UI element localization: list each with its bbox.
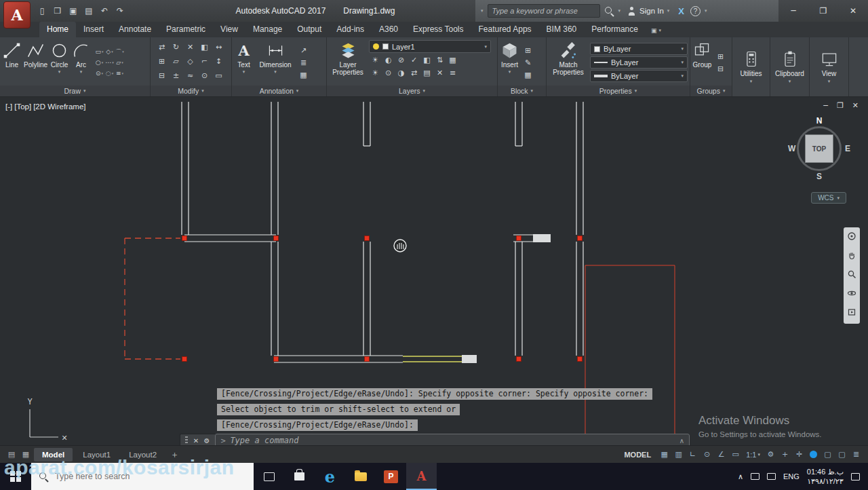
tab-layout1[interactable]: Layout1 xyxy=(75,448,119,461)
layer-color-swatch[interactable] xyxy=(382,43,389,50)
ribbon-tab[interactable]: Featured Apps xyxy=(471,22,539,37)
annotation-panel-label[interactable]: Annotation▾ xyxy=(232,86,326,96)
chevron-down-icon[interactable]: ▾ xyxy=(484,44,487,50)
modify-tool-icon[interactable]: ⌐ xyxy=(198,56,211,67)
modify-panel-label[interactable]: Modify▾ xyxy=(151,86,231,96)
search-icon[interactable] xyxy=(604,6,614,16)
qat-tool-icon[interactable]: ▣ xyxy=(66,4,80,18)
ribbon-minimize-button[interactable]: ▣ ▾ xyxy=(651,27,661,37)
group-button[interactable]: Group xyxy=(692,39,712,86)
viewport-restore-icon[interactable]: ❐ xyxy=(837,101,844,110)
powerpoint-button[interactable]: P xyxy=(376,463,406,490)
layer-tool-icon[interactable]: ◐ xyxy=(382,54,395,66)
sign-in-button[interactable]: Sign In ▾ xyxy=(625,7,672,16)
layer-properties-button[interactable]: Layer Properties xyxy=(329,39,367,86)
draw-tool-icon[interactable]: ⊙ xyxy=(94,68,104,79)
layer-tool-icon[interactable]: ◧ xyxy=(420,54,433,66)
ribbon-tab[interactable]: Insert xyxy=(76,22,111,37)
line-tool-button[interactable]: Line xyxy=(2,39,22,86)
modify-tool-icon[interactable]: ⊙ xyxy=(198,70,211,81)
qat-tool-icon[interactable]: ▤ xyxy=(82,4,96,18)
navigation-wheel-icon[interactable] xyxy=(847,231,856,244)
viewcube-east[interactable]: E xyxy=(845,144,850,153)
arc-tool-button[interactable]: Arc ▾ xyxy=(71,39,91,86)
layer-tool-icon[interactable]: ≡ xyxy=(446,67,459,79)
pan-icon[interactable] xyxy=(847,250,856,263)
groups-panel-label[interactable]: Groups▾ xyxy=(690,86,732,96)
close-icon[interactable]: ✕ xyxy=(193,437,199,445)
new-layout-icon[interactable]: ▦ xyxy=(20,450,32,459)
modify-tool-icon[interactable]: ✕ xyxy=(184,41,197,53)
linetype-select[interactable]: ByLayer ▾ xyxy=(590,56,688,69)
status-toggle-icon[interactable]: ∟ xyxy=(686,449,699,461)
draw-tool-icon[interactable]: ≡ xyxy=(115,68,125,79)
qat-tool-icon[interactable]: ↷ xyxy=(113,4,127,18)
annotation-tool-icon[interactable]: ↗ xyxy=(297,45,310,56)
layer-tool-icon[interactable]: ⊙ xyxy=(382,67,395,79)
layer-tool-icon[interactable]: ✓ xyxy=(408,54,420,66)
layers-panel-label[interactable]: Layers▾ xyxy=(327,86,497,96)
block-tool-icon[interactable]: ⊞ xyxy=(521,45,534,56)
draw-tool-icon[interactable]: ◇ xyxy=(104,46,115,57)
viewport-close-icon[interactable]: ✕ xyxy=(852,101,859,110)
exchange-apps-icon[interactable]: X xyxy=(676,6,686,16)
layer-tool-icon[interactable]: ⇅ xyxy=(433,54,446,66)
dimension-tool-button[interactable]: Dimension ▾ xyxy=(256,39,295,86)
application-menu-button[interactable]: A xyxy=(3,1,31,29)
properties-panel-label[interactable]: Properties▾ xyxy=(547,86,690,96)
clipboard-panel[interactable]: Clipboard ▾ xyxy=(770,37,810,96)
viewport-minimize-icon[interactable]: ─ xyxy=(823,101,828,110)
draw-tool-icon[interactable]: ○ xyxy=(94,57,104,68)
gear-icon[interactable]: ⚙ xyxy=(764,449,777,461)
show-motion-icon[interactable] xyxy=(847,307,856,320)
utilities-panel[interactable]: Utilities ▾ xyxy=(732,37,770,96)
drag-handle[interactable] xyxy=(185,436,188,445)
status-toggle-icon[interactable]: ▦ xyxy=(658,449,671,461)
tab-layout2[interactable]: Layout2 xyxy=(121,448,165,461)
layout-list-icon[interactable]: ▤ xyxy=(5,450,18,459)
status-toggle-icon[interactable]: ⊙ xyxy=(701,449,713,461)
ribbon-tab[interactable]: A360 xyxy=(372,22,406,37)
layer-tool-icon[interactable]: ⇄ xyxy=(408,67,420,79)
modify-tool-icon[interactable]: ⊟ xyxy=(155,70,168,81)
viewport-view-button[interactable]: [Top] xyxy=(14,102,31,111)
qat-tool-icon[interactable]: ❒ xyxy=(51,4,64,18)
status-toggle-icon[interactable]: ▭ xyxy=(729,449,742,461)
layer-tool-icon[interactable]: ⊘ xyxy=(395,54,408,66)
edge-button[interactable]: e xyxy=(315,463,345,490)
start-button[interactable] xyxy=(0,463,31,490)
action-center-icon[interactable] xyxy=(851,473,860,480)
layer-tool-icon[interactable]: ☀ xyxy=(369,54,382,66)
status-toggle-icon[interactable]: + xyxy=(778,449,791,461)
modify-tool-icon[interactable]: ⊞ xyxy=(155,56,168,67)
draw-tool-icon[interactable]: ▭ xyxy=(94,46,104,57)
layer-tool-icon[interactable]: ✕ xyxy=(433,67,446,79)
layer-tool-icon[interactable]: ▤ xyxy=(420,67,433,79)
block-panel-label[interactable]: Block▾ xyxy=(498,86,546,96)
taskbar-search-input[interactable] xyxy=(55,472,246,481)
command-input[interactable] xyxy=(230,436,675,445)
autocad-taskbar-button[interactable]: A xyxy=(406,463,437,490)
lineweight-select[interactable]: ByLayer ▾ xyxy=(590,70,688,82)
chevron-down-icon[interactable]: ▾ xyxy=(705,8,707,14)
block-tool-icon[interactable]: ▦ xyxy=(521,69,534,81)
ribbon-tab[interactable]: View xyxy=(213,22,245,37)
maximize-button[interactable]: ❐ xyxy=(808,0,838,22)
circle-tool-button[interactable]: Circle ▾ xyxy=(50,39,69,86)
ribbon-tab[interactable]: Performance xyxy=(584,22,646,37)
viewcube-north[interactable]: N xyxy=(816,116,823,126)
layer-tool-icon[interactable]: ☀ xyxy=(369,67,382,79)
modify-tool-icon[interactable]: ◇ xyxy=(184,56,197,67)
graphics-performance-icon[interactable] xyxy=(810,451,817,458)
volume-icon[interactable] xyxy=(767,473,776,480)
chevron-down-icon[interactable]: ▾ xyxy=(481,8,484,14)
modify-tool-icon[interactable]: ≈ xyxy=(184,70,197,81)
group-tool-icon[interactable]: ⊟ xyxy=(714,63,727,75)
modify-tool-icon[interactable]: ↕ xyxy=(212,56,225,67)
draw-tool-icon[interactable]: ◌ xyxy=(104,68,115,79)
annotation-tool-icon[interactable]: ≣ xyxy=(297,57,310,69)
group-tool-icon[interactable]: ⊞ xyxy=(714,51,727,62)
chevron-down-icon[interactable]: ▾ xyxy=(618,8,621,14)
ribbon-tab[interactable]: Manage xyxy=(245,22,290,37)
layer-on-bulb-icon[interactable] xyxy=(373,43,379,50)
